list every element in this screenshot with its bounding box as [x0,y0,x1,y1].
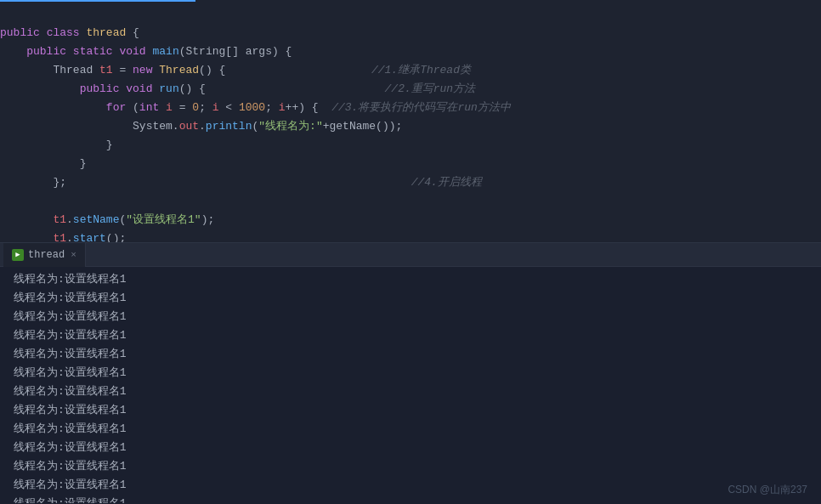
output-line: 线程名为:设置线程名1 [7,289,814,308]
output-line: 线程名为:设置线程名1 [7,476,814,495]
bottom-panel: ▶ thread × 线程名为:设置线程名1线程名为:设置线程名1线程名为:设置… [0,242,821,504]
tab-bar: ▶ thread × [0,243,821,267]
output-text: 线程名为:设置线程名1 [14,457,127,476]
output-text: 线程名为:设置线程名1 [14,439,127,457]
output-line: 线程名为:设置线程名1 [7,364,814,382]
tab-close-icon[interactable]: × [71,250,76,260]
output-text: 线程名为:设置线程名1 [14,401,127,420]
output-line: 线程名为:设置线程名1 [7,420,814,439]
output-line: 线程名为:设置线程名1 [7,495,814,503]
line-indicator [7,270,14,289]
editor-area: public class thread { public static void… [0,0,821,242]
line-indicator [7,495,14,503]
line-indicator [7,326,14,345]
output-text: 线程名为:设置线程名1 [14,420,127,439]
line-indicator [7,457,14,476]
progress-bar [0,0,195,2]
output-line: 线程名为:设置线程名1 [7,270,814,289]
output-text: 线程名为:设置线程名1 [14,382,127,401]
tab-thread[interactable]: ▶ thread × [3,243,86,267]
output-line: 线程名为:设置线程名1 [7,401,814,420]
output-text: 线程名为:设置线程名1 [14,308,127,326]
line-indicator [7,308,14,326]
output-text: 线程名为:设置线程名1 [14,345,127,364]
output-line: 线程名为:设置线程名1 [7,439,814,457]
output-line: 线程名为:设置线程名1 [7,382,814,401]
output-line: 线程名为:设置线程名1 [7,457,814,476]
tab-icon: ▶ [12,249,24,261]
line-indicator [7,289,14,308]
line-indicator [7,420,14,439]
output-text: 线程名为:设置线程名1 [14,289,127,308]
output-text: 线程名为:设置线程名1 [14,364,127,382]
output-line: 线程名为:设置线程名1 [7,308,814,326]
output-text: 线程名为:设置线程名1 [14,270,127,289]
code-editor[interactable]: public class thread { public static void… [0,3,821,242]
tab-label: thread [28,249,65,261]
line-indicator [7,382,14,401]
output-text: 线程名为:设置线程名1 [14,476,127,495]
left-gutter [0,0,10,242]
output-text: 线程名为:设置线程名1 [14,326,127,345]
watermark: CSDN @山南237 [728,483,807,497]
line-indicator [7,439,14,457]
output-line: 线程名为:设置线程名1 [7,345,814,364]
line-indicator [7,364,14,382]
line-indicator [7,476,14,495]
line-indicator [7,345,14,364]
output-lines: 线程名为:设置线程名1线程名为:设置线程名1线程名为:设置线程名1线程名为:设置… [0,267,821,503]
line-indicator [7,401,14,420]
output-text: 线程名为:设置线程名1 [14,495,127,503]
output-line: 线程名为:设置线程名1 [7,326,814,345]
